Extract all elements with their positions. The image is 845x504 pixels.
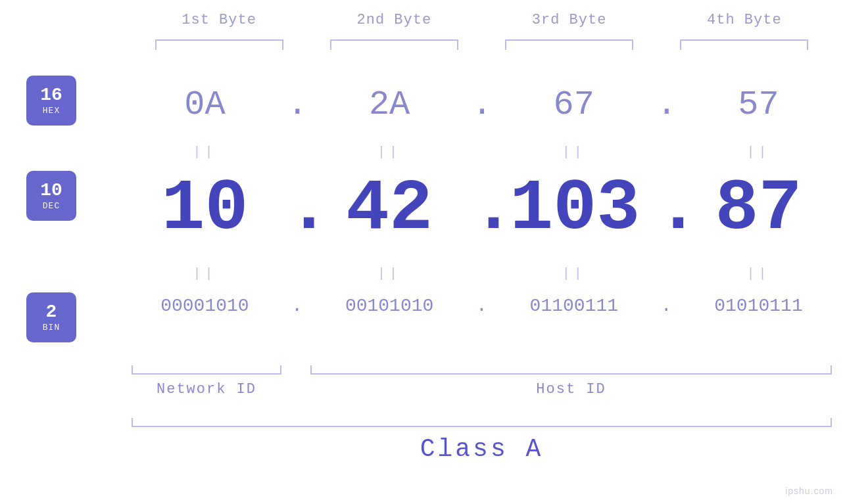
dot-bin-2: . <box>471 296 491 316</box>
class-bracket <box>132 418 832 427</box>
byte-label-2: 2nd Byte <box>322 12 466 28</box>
dot-bin-1: . <box>287 296 307 316</box>
bracket-4 <box>680 39 808 50</box>
class-label: Class A <box>132 435 832 463</box>
host-id-bracket <box>310 365 832 375</box>
network-id-label: Network ID <box>132 381 281 398</box>
dec-badge: 10 DEC <box>26 171 76 221</box>
byte-label-3: 3rd Byte <box>497 12 642 28</box>
host-id-label: Host ID <box>310 381 832 398</box>
hex-badge: 16 HEX <box>26 76 76 126</box>
hex-badge-label: HEX <box>43 106 60 116</box>
eq1-2: || <box>326 145 454 160</box>
bracket-1 <box>155 39 283 50</box>
dec-val-1: 10 <box>141 168 269 250</box>
hex-val-2: 2A <box>326 85 454 124</box>
bin-val-2: 00101010 <box>326 296 454 316</box>
hex-val-1: 0A <box>141 85 269 124</box>
bin-val-3: 01100111 <box>510 296 638 316</box>
dec-badge-label: DEC <box>43 201 60 211</box>
bin-val-4: 01010111 <box>694 296 823 316</box>
eq2-4: || <box>694 266 823 281</box>
eq2-3: || <box>510 266 638 281</box>
byte-label-1: 1st Byte <box>147 12 291 28</box>
dot-dec-2: . <box>471 168 491 250</box>
watermark: ipshu.com <box>785 486 833 496</box>
dec-val-3: 103 <box>510 168 638 250</box>
hex-badge-num: 16 <box>40 86 62 104</box>
bin-val-1: 00001010 <box>141 296 269 316</box>
dot-hex-1: . <box>287 85 307 124</box>
eq1-1: || <box>141 145 269 160</box>
dot-dec-1: . <box>287 168 307 250</box>
hex-val-4: 57 <box>694 85 823 124</box>
bracket-2 <box>330 39 458 50</box>
eq2-1: || <box>141 266 269 281</box>
network-id-bracket <box>132 365 281 375</box>
bin-badge: 2 BIN <box>26 292 76 342</box>
bin-badge-label: BIN <box>43 323 60 332</box>
eq2-2: || <box>326 266 454 281</box>
dot-hex-2: . <box>471 85 491 124</box>
bracket-3 <box>505 39 633 50</box>
dec-val-4: 87 <box>694 168 823 250</box>
byte-label-4: 4th Byte <box>672 12 817 28</box>
eq1-4: || <box>694 145 823 160</box>
dot-bin-3: . <box>656 296 676 316</box>
dec-badge-num: 10 <box>40 181 62 200</box>
eq1-3: || <box>510 145 638 160</box>
dot-hex-3: . <box>656 85 676 124</box>
hex-val-3: 67 <box>510 85 638 124</box>
dec-val-2: 42 <box>326 168 454 250</box>
dot-dec-3: . <box>656 168 676 250</box>
bin-badge-num: 2 <box>46 303 57 321</box>
